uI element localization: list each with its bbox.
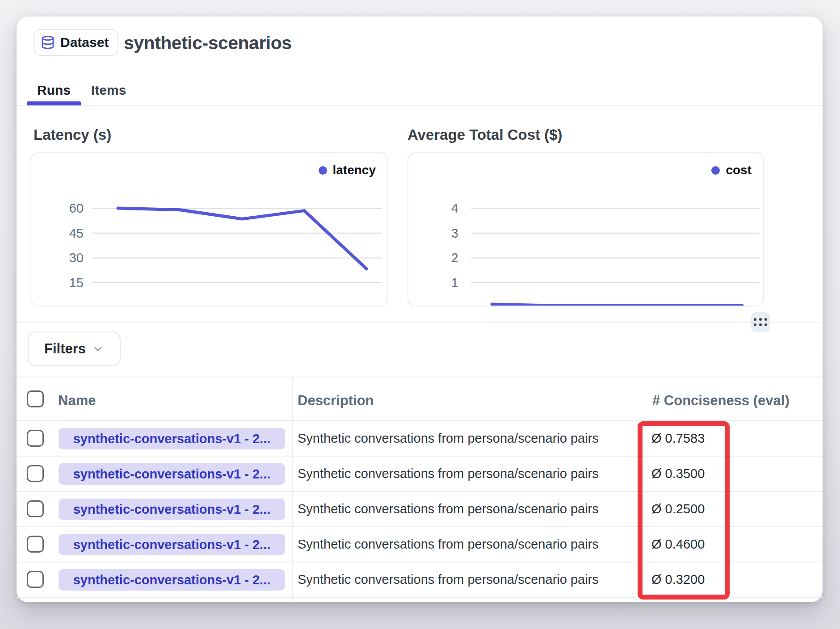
- run-name-label: synthetic-conversations-v1 - 2...: [73, 502, 271, 517]
- run-description: Synthetic conversations from persona/sce…: [298, 537, 599, 552]
- latency-chart: latency 60453015: [30, 152, 388, 306]
- conciseness-score: Ø 0.2500: [651, 502, 705, 516]
- table-row[interactable]: synthetic-conversations-v1 - 2... Synthe…: [17, 562, 823, 598]
- run-description: Synthetic conversations from persona/sce…: [298, 466, 599, 481]
- page-title: synthetic-scenarios: [124, 33, 292, 54]
- svg-text:3: 3: [451, 226, 458, 240]
- tab-items[interactable]: Items: [81, 75, 136, 106]
- column-header-description[interactable]: Description: [298, 393, 374, 409]
- run-name-label: synthetic-conversations-v1 - 2...: [73, 432, 271, 446]
- svg-text:1: 1: [451, 276, 458, 290]
- table-body: synthetic-conversations-v1 - 2... Synthe…: [17, 421, 823, 598]
- run-name-label: synthetic-conversations-v1 - 2...: [73, 467, 271, 482]
- tabs-divider: [17, 105, 823, 106]
- conciseness-score: Ø 0.3200: [651, 572, 705, 587]
- row-checkbox[interactable]: [27, 571, 44, 588]
- select-all-checkbox[interactable]: [27, 390, 44, 407]
- badge-label: Dataset: [60, 35, 109, 50]
- conciseness-score: Ø 0.7583: [651, 431, 705, 446]
- table-header: Name Description # Conciseness (eval): [17, 377, 823, 420]
- table-row[interactable]: synthetic-conversations-v1 - 2... Synthe…: [17, 492, 823, 527]
- latency-legend: latency: [319, 163, 376, 177]
- svg-text:15: 15: [69, 276, 84, 290]
- dataset-panel: Dataset synthetic-scenarios Runs Items L…: [17, 17, 823, 602]
- conciseness-score: Ø 0.3500: [651, 466, 705, 481]
- run-description: Synthetic conversations from persona/sce…: [298, 572, 599, 587]
- svg-text:45: 45: [69, 226, 84, 240]
- legend-label: cost: [726, 163, 752, 177]
- row-checkbox[interactable]: [27, 536, 44, 553]
- run-name-label: synthetic-conversations-v1 - 2...: [73, 573, 271, 587]
- run-description: Synthetic conversations from persona/sce…: [298, 502, 599, 516]
- cost-chart: cost 4321: [407, 152, 764, 306]
- run-name-link[interactable]: synthetic-conversations-v1 - 2...: [59, 569, 285, 591]
- section-divider: [17, 322, 823, 323]
- row-checkbox[interactable]: [27, 430, 44, 447]
- run-name-link[interactable]: synthetic-conversations-v1 - 2...: [59, 534, 285, 555]
- run-name-link[interactable]: synthetic-conversations-v1 - 2...: [59, 499, 285, 520]
- row-checkbox[interactable]: [27, 465, 44, 482]
- svg-text:4: 4: [451, 201, 458, 215]
- chevron-down-icon: [92, 343, 104, 355]
- column-header-name[interactable]: Name: [58, 393, 96, 409]
- conciseness-score: Ø 0.4600: [651, 537, 705, 552]
- filters-label: Filters: [44, 341, 86, 357]
- filters-button[interactable]: Filters: [28, 331, 121, 366]
- legend-dot-icon: [711, 166, 720, 175]
- chart-plot-area: 4321: [408, 153, 764, 306]
- tab-runs[interactable]: Runs: [27, 75, 81, 106]
- row-checkbox[interactable]: [27, 500, 44, 517]
- run-name-label: synthetic-conversations-v1 - 2...: [73, 537, 271, 552]
- run-name-link[interactable]: synthetic-conversations-v1 - 2...: [59, 428, 285, 449]
- svg-text:60: 60: [69, 201, 84, 215]
- column-header-conciseness[interactable]: # Conciseness (eval): [652, 393, 790, 409]
- legend-label: latency: [333, 163, 376, 177]
- drag-handle-icon[interactable]: [751, 312, 770, 332]
- svg-text:2: 2: [451, 251, 458, 265]
- legend-dot-icon: [319, 166, 327, 175]
- latency-chart-title: Latency (s): [34, 126, 111, 143]
- svg-text:30: 30: [69, 251, 84, 265]
- table-row[interactable]: synthetic-conversations-v1 - 2... Synthe…: [17, 457, 823, 492]
- run-name-link[interactable]: synthetic-conversations-v1 - 2...: [59, 463, 285, 485]
- run-description: Synthetic conversations from persona/sce…: [298, 431, 599, 446]
- tab-bar: Runs Items: [27, 75, 136, 106]
- cost-legend: cost: [711, 163, 752, 177]
- table-row[interactable]: synthetic-conversations-v1 - 2... Synthe…: [17, 421, 823, 457]
- dataset-badge: Dataset: [34, 29, 118, 56]
- cost-chart-title: Average Total Cost ($): [407, 126, 563, 143]
- database-icon: [41, 35, 55, 50]
- table-row[interactable]: synthetic-conversations-v1 - 2... Synthe…: [17, 527, 823, 562]
